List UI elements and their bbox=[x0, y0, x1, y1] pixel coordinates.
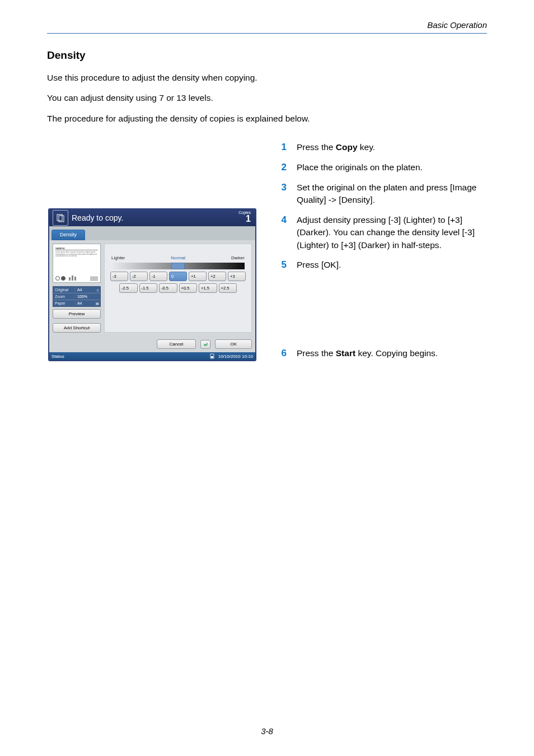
svg-rect-3 bbox=[211, 356, 213, 358]
step-number: 4 bbox=[277, 214, 287, 251]
step-number: 1 bbox=[277, 141, 287, 154]
tab-row: Density bbox=[49, 226, 255, 240]
intro-para-3: The procedure for adjusting the density … bbox=[47, 113, 487, 125]
density-zero[interactable]: 0 bbox=[169, 272, 187, 281]
step-text: Press [OK]. bbox=[297, 259, 341, 272]
label-normal: Normal bbox=[171, 255, 185, 260]
info-original-val: A4 bbox=[76, 287, 95, 293]
step-6: 6 Press the Start key. Copying begins. bbox=[277, 347, 487, 360]
intro-para-1: Use this procedure to adjust the density… bbox=[47, 72, 487, 84]
step-text: Place the originals on the platen. bbox=[297, 161, 423, 174]
page-number: 3-8 bbox=[0, 726, 534, 736]
step-text: Set the original on the platen and press… bbox=[297, 181, 487, 207]
portrait-icon: ▯ bbox=[95, 287, 100, 293]
step-5: 5 Press [OK]. bbox=[277, 259, 487, 272]
intro-para-2: You can adjust density using 7 or 13 lev… bbox=[47, 92, 487, 104]
tab-density[interactable]: Density bbox=[51, 230, 85, 240]
step-1: 1 Press the Copy key. bbox=[277, 141, 487, 154]
running-head: Basic Operation bbox=[47, 20, 487, 33]
header-rule bbox=[47, 33, 487, 34]
status-datetime: 10/10/2010 10:10 bbox=[218, 354, 253, 359]
toner-icon bbox=[209, 353, 215, 359]
info-paper-val: A4 bbox=[76, 300, 95, 306]
step-number: 6 bbox=[277, 347, 287, 360]
density-minus-1[interactable]: -1 bbox=[149, 272, 167, 281]
density-screen: Ready to copy. Copies 1 Density SAMPLE L… bbox=[48, 208, 256, 361]
cancel-button[interactable]: Cancel bbox=[157, 339, 196, 349]
tray-icon: ▤ bbox=[95, 300, 100, 306]
density-minus-1-5[interactable]: -1.5 bbox=[139, 283, 158, 293]
info-zoom-key: Zoom bbox=[53, 293, 74, 300]
return-icon[interactable] bbox=[200, 340, 210, 349]
label-lighter: Lighter bbox=[111, 255, 125, 260]
titlebar: Ready to copy. Copies 1 bbox=[49, 209, 255, 226]
density-plus-3[interactable]: +3 bbox=[228, 272, 246, 281]
density-minus-2-5[interactable]: -2.5 bbox=[119, 283, 138, 293]
info-original-key: Original bbox=[53, 287, 74, 293]
step-number: 2 bbox=[277, 161, 287, 174]
label-darker: Darker bbox=[231, 255, 245, 260]
step-text: Adjust density pressing [-3] (Lighter) t… bbox=[297, 214, 487, 251]
step-number: 3 bbox=[277, 181, 287, 207]
density-slider-panel: Lighter Normal Darker -3 -2 -1 0 +1 +2 +… bbox=[104, 244, 252, 333]
section-title: Density bbox=[47, 49, 487, 62]
titlebar-text: Ready to copy. bbox=[72, 213, 123, 222]
density-plus-2-5[interactable]: +2.5 bbox=[219, 283, 237, 293]
info-paper-key: Paper bbox=[53, 300, 74, 306]
step-number: 5 bbox=[277, 259, 287, 272]
step-3: 3 Set the original on the platen and pre… bbox=[277, 181, 487, 207]
ok-button[interactable]: OK bbox=[215, 339, 252, 349]
preview-button[interactable]: Preview bbox=[53, 309, 101, 319]
status-bar[interactable]: Status 10/10/2010 10:10 bbox=[49, 352, 255, 360]
info-table: Original:A4▯ Zoom:100% Paper:A4▤ bbox=[53, 286, 101, 307]
density-minus-3[interactable]: -3 bbox=[110, 272, 128, 281]
info-zoom-val: 100% bbox=[76, 293, 95, 300]
density-plus-2[interactable]: +2 bbox=[208, 272, 226, 281]
density-gradient bbox=[111, 263, 245, 269]
density-minus-2[interactable]: -2 bbox=[130, 272, 148, 281]
copy-icon bbox=[53, 210, 68, 226]
preview-thumbnail: SAMPLE Lorem ipsum dolor sit amet consec… bbox=[53, 244, 101, 283]
density-plus-1-5[interactable]: +1.5 bbox=[199, 283, 217, 293]
density-plus-1[interactable]: +1 bbox=[189, 272, 207, 281]
copies-count: 1 bbox=[238, 214, 251, 223]
step-text: Press the Copy key. bbox=[297, 141, 375, 154]
step-4: 4 Adjust density pressing [-3] (Lighter)… bbox=[277, 214, 487, 251]
step-text: Press the Start key. Copying begins. bbox=[297, 347, 438, 360]
density-minus-0-5[interactable]: -0.5 bbox=[159, 283, 177, 293]
status-label: Status bbox=[51, 354, 64, 359]
step-2: 2 Place the originals on the platen. bbox=[277, 161, 487, 174]
density-plus-0-5[interactable]: +0.5 bbox=[179, 283, 198, 293]
add-shortcut-button[interactable]: Add Shortcut bbox=[53, 323, 101, 333]
